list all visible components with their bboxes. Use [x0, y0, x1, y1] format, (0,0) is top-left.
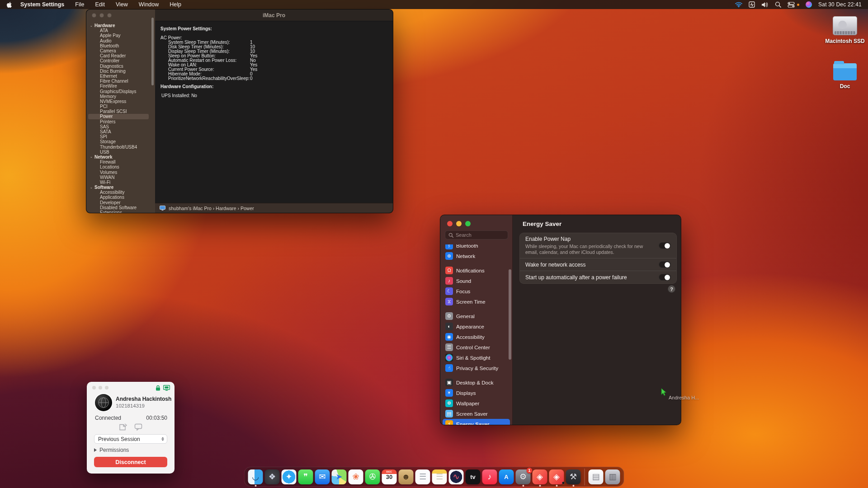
sysinfo-sidebar-row[interactable]: Thunderbolt/USB4: [86, 145, 155, 150]
settings-sidebar-item[interactable]: ☰ Control Center: [443, 342, 510, 352]
sysinfo-sidebar-row[interactable]: Bluetooth: [86, 43, 155, 48]
sysinfo-sidebar-row[interactable]: Accessibility: [86, 190, 155, 195]
sysinfo-sidebar-row[interactable]: Printers: [86, 119, 155, 124]
settings-sidebar-item[interactable]: ☝ Privacy & Security: [443, 363, 510, 373]
settings-search-field[interactable]: [445, 230, 508, 239]
menu-item[interactable]: View: [116, 1, 128, 8]
sysinfo-sidebar-row[interactable]: NVMExpress: [86, 99, 155, 104]
settings-sidebar-item[interactable]: ♪ Sound: [443, 276, 510, 286]
dock-item[interactable]: ➤: [332, 469, 347, 484]
sysinfo-sidebar-row[interactable]: Parallel SCSI: [86, 109, 155, 114]
sysinfo-sidebar-row[interactable]: ⌄ Software: [86, 185, 155, 190]
sysinfo-sidebar-row[interactable]: USB: [86, 150, 155, 155]
window-controls[interactable]: [447, 221, 471, 226]
help-button[interactable]: ?: [668, 285, 675, 293]
disconnect-button[interactable]: Disconnect: [94, 457, 167, 467]
sysinfo-sidebar-row[interactable]: Diagnostics: [86, 64, 155, 69]
chat-icon[interactable]: [134, 423, 142, 431]
control-switches-icon[interactable]: [788, 2, 795, 8]
sidebar-scrollbar[interactable]: [151, 18, 154, 85]
menu-item[interactable]: File: [75, 1, 84, 8]
sysinfo-sidebar-row[interactable]: Storage: [86, 139, 155, 144]
settings-sidebar-item[interactable]: ❁ Wallpaper: [443, 398, 510, 408]
sysinfo-sidebar-row[interactable]: SAS: [86, 124, 155, 129]
sysinfo-sidebar-row[interactable]: Apple Pay: [86, 33, 155, 38]
dock-item[interactable]: ◈: [533, 469, 547, 484]
dock-item[interactable]: ◈ ●: [549, 469, 564, 484]
dock-item[interactable]: ☰: [432, 469, 447, 484]
dock-item[interactable]: ⚙ 1: [516, 469, 531, 484]
dock-item[interactable]: A: [499, 469, 514, 484]
settings-sidebar-item[interactable]: ◐ Appearance: [443, 321, 510, 332]
dock-item[interactable]: ✦: [282, 469, 297, 484]
sysinfo-sidebar-row[interactable]: PCI: [86, 104, 155, 109]
sysinfo-sidebar-row[interactable]: Audio: [86, 38, 155, 43]
menu-item[interactable]: Edit: [95, 1, 105, 8]
settings-sidebar-item[interactable]: ☾ Focus: [443, 286, 510, 296]
sysinfo-sidebar-row[interactable]: SPI: [86, 134, 155, 139]
sysinfo-sidebar-row[interactable]: Wi-Fi: [86, 180, 155, 185]
dock-item[interactable]: ❞: [298, 469, 313, 484]
sysinfo-sidebar-row[interactable]: Extensions: [86, 210, 155, 213]
volume-icon[interactable]: [761, 2, 769, 8]
sysinfo-sidebar-row[interactable]: Controller: [86, 58, 155, 63]
dock-item[interactable]: ❖: [265, 469, 280, 484]
dock-item[interactable]: ▤: [589, 469, 604, 484]
menu-clock[interactable]: Sat 30 Dec 22:41: [818, 1, 862, 8]
toggle-switch[interactable]: [659, 261, 671, 268]
dock-item[interactable]: ◡: [248, 469, 263, 484]
desktop-icon-doc-folder[interactable]: Doc: [820, 63, 868, 89]
apple-menu-icon[interactable]: [6, 1, 12, 8]
menu-item[interactable]: Help: [170, 1, 181, 8]
permissions-disclosure[interactable]: Permissions: [94, 447, 129, 453]
sysinfo-sidebar-row[interactable]: FireWire: [86, 84, 155, 89]
spotlight-icon[interactable]: [775, 1, 781, 8]
search-input[interactable]: [456, 232, 501, 238]
window-controls-inactive[interactable]: [92, 13, 112, 18]
menu-item[interactable]: Window: [139, 1, 159, 8]
settings-sidebar-item[interactable]: ⊕ Network: [443, 251, 510, 261]
dock-item[interactable]: ♪: [482, 469, 497, 484]
sysinfo-sidebar-row[interactable]: Firewall: [86, 160, 155, 164]
sysinfo-sidebar-row[interactable]: Disabled Software: [86, 205, 155, 210]
sysinfo-sidebar-row[interactable]: Graphics/Displays: [86, 89, 155, 94]
settings-sidebar-item[interactable]: Siri & Spotlight: [443, 352, 510, 363]
dock-item[interactable]: ▥: [605, 469, 620, 484]
sysinfo-sidebar-row[interactable]: Camera: [86, 48, 155, 53]
sysinfo-sidebar-row[interactable]: Disc Burning: [86, 69, 155, 74]
sysinfo-sidebar-row[interactable]: WWAN: [86, 175, 155, 180]
dock-item[interactable]: ☻: [399, 469, 414, 484]
app-menu-title[interactable]: System Settings: [20, 1, 64, 8]
dock-item[interactable]: ✇: [365, 469, 380, 484]
wifi-icon[interactable]: [735, 2, 742, 7]
settings-scrollbar[interactable]: [509, 269, 511, 360]
settings-sidebar-item[interactable]: ◉ Accessibility: [443, 332, 510, 342]
sysinfo-sidebar-row[interactable]: Applications: [86, 195, 155, 200]
settings-sidebar-item[interactable]: ⧖ Screen Time: [443, 296, 510, 307]
sysinfo-sidebar-row[interactable]: Ethernet: [86, 74, 155, 79]
dock-item[interactable]: ⚒: [566, 469, 581, 484]
sysinfo-sidebar-row[interactable]: SATA: [86, 129, 155, 134]
sysinfo-titlebar[interactable]: iMac Pro: [155, 9, 393, 21]
dock-item[interactable]: [583, 469, 587, 484]
sysinfo-sidebar-row[interactable]: ⌄ Hardware: [86, 23, 155, 28]
sysinfo-sidebar-row[interactable]: Locations: [86, 164, 155, 169]
settings-sidebar-item[interactable]: ☀ Displays: [443, 388, 510, 398]
dock-item[interactable]: tv: [466, 469, 481, 484]
settings-sidebar-item[interactable]: ᛒ Bluetooth: [443, 240, 510, 251]
dock-item[interactable]: ☰: [415, 469, 430, 484]
settings-sidebar-item[interactable]: ⚙ General: [443, 311, 510, 321]
breadcrumb[interactable]: shubham's iMac Pro › Hardware › Power: [169, 206, 254, 211]
toggle-switch[interactable]: [659, 242, 671, 249]
desktop-icon-macintosh-ssd[interactable]: Macintosh SSD: [820, 16, 868, 44]
dock-item[interactable]: ✉: [315, 469, 330, 484]
session-select[interactable]: Previous Session: [94, 434, 167, 444]
dock-item[interactable]: ∿: [449, 469, 464, 484]
sysinfo-sidebar-row[interactable]: ATA: [86, 28, 155, 33]
sysinfo-sidebar-row[interactable]: Volumes: [86, 169, 155, 174]
sysinfo-sidebar-row[interactable]: ⌄ Network: [86, 155, 155, 160]
dock-item[interactable]: ❀: [349, 469, 363, 484]
sysinfo-sidebar-row[interactable]: Developer: [86, 200, 155, 205]
window-controls-disabled[interactable]: [92, 386, 108, 389]
activity-icon[interactable]: [749, 1, 755, 8]
